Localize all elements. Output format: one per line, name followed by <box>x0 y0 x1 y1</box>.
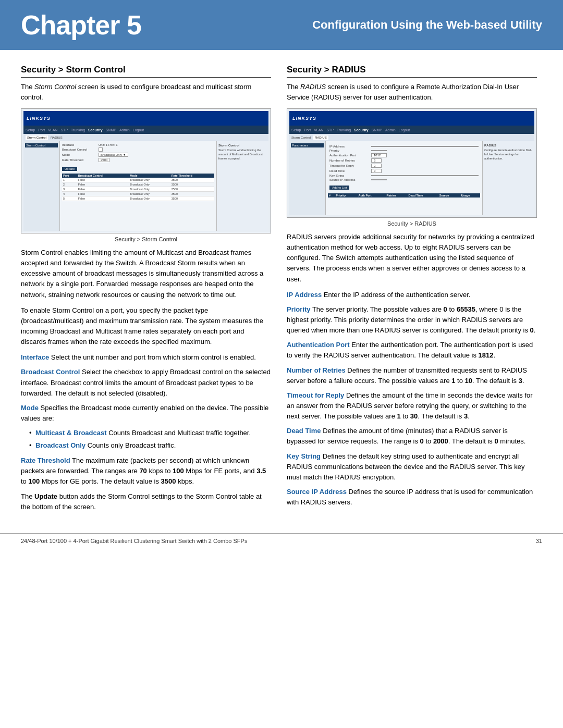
storm-table: Port Broadcast Control Mode Rate Thresho… <box>62 174 214 201</box>
term-label-interface: Interface <box>21 353 49 361</box>
radius-body: Parameters IP Address Priority <box>289 141 534 215</box>
th-rate: Rate Threshold <box>170 174 214 178</box>
term-authport: Authentication Port Enter the authentica… <box>287 340 537 361</box>
term-label-keystring: Key String <box>287 452 321 460</box>
chapter-subtitle: Configuration Using the Web-based Utilit… <box>312 18 542 32</box>
update-note: The Update button adds the Storm Control… <box>21 491 271 512</box>
r-th-authport: Auth Port <box>357 193 385 198</box>
radius-subnav: Storm Control RADIUS <box>289 134 534 141</box>
term-label-rate: Rate Threshold <box>21 456 70 464</box>
r-form-dead: Dead Time 0 <box>329 169 479 173</box>
storm-control-title: Security > Storm Control <box>21 65 271 78</box>
r-subnav-radius: RADIUS <box>313 135 328 140</box>
r-form-ip: IP Address <box>329 145 479 148</box>
th-port: Port <box>62 174 77 178</box>
term-label-timeout: Timeout for Reply <box>287 391 344 399</box>
r-th-source: Source <box>438 193 460 198</box>
radius-screenshot: LINKSYS Setup Port VLAN STP Trunking Sec… <box>287 108 537 218</box>
page-footer: 24/48-Port 10/100 + 4-Port Gigabit Resil… <box>0 533 563 548</box>
linksys-logo: LINKSYS <box>27 116 51 121</box>
nav-stp: STP <box>60 128 68 132</box>
term-dead: Dead Time Defines the amount of time (mi… <box>287 426 537 447</box>
main-panel: Interface Unit: 1 Port: 1 Broadcast Cont… <box>60 141 216 231</box>
radius-title: Security > RADIUS <box>287 65 537 78</box>
linksys-header: LINKSYS <box>23 111 268 126</box>
radius-right-panel: RADIUS Configure Remote Authorization Di… <box>482 141 534 215</box>
term-broadcast-only: Broadcast Only <box>35 441 85 449</box>
r-label-key: Key String <box>329 174 371 177</box>
nav-logout: Logout <box>133 128 144 132</box>
r-nav-vlan: VLAN <box>314 128 323 132</box>
r-nav-port: Port <box>304 128 311 132</box>
r-th-usage: Usage <box>460 193 480 198</box>
term-label-priority: Priority <box>287 305 311 313</box>
table-row: 3FalseBroadcast Only3500 <box>62 187 214 192</box>
term-label-dead: Dead Time <box>287 427 321 435</box>
term-interface: Interface Select the unit number and por… <box>21 352 271 363</box>
term-multicast: Multicast & Broadcast <box>35 429 107 437</box>
r-form-timeout: Timeout for Reply 3 <box>329 164 479 168</box>
r-th-priority: Priority <box>335 193 357 198</box>
radius-ui: LINKSYS Setup Port VLAN STP Trunking Sec… <box>289 111 534 215</box>
nav-setup: Setup <box>26 128 35 132</box>
r-nav-admin: Admin <box>385 128 396 132</box>
mode-bullets: Multicast & Broadcast Counts Broadcast a… <box>29 428 271 450</box>
term-broadcast: Broadcast Control Select the checkbox to… <box>21 367 271 398</box>
term-label-authport: Authentication Port <box>287 341 350 349</box>
nav-vlan: VLAN <box>48 128 57 132</box>
right-panel: Storm Control Storm Control window limit… <box>216 141 268 231</box>
r-nav-snmp: SNMP <box>372 128 382 132</box>
r-th-retries: Retries <box>385 193 407 198</box>
r-nav-stp: STP <box>326 128 334 132</box>
radius-table: # Priority Auth Port Retries Dead Time S… <box>328 193 480 198</box>
form-row-threshold: Rate Threshold 3500 <box>62 158 214 162</box>
r-nav-setup: Setup <box>291 128 301 132</box>
r-label-timeout: Timeout for Reply <box>329 164 371 167</box>
label-interface: Interface <box>62 143 99 146</box>
r-label-sourceip: Source IP Address <box>329 178 371 181</box>
chapter-title: Chapter 5 <box>21 9 141 41</box>
radius-para1: RADIUS servers provide additional securi… <box>287 232 537 285</box>
term-label-mode: Mode <box>21 404 39 412</box>
radius-linksys-header: LINKSYS <box>289 111 534 126</box>
r-label-priority: Priority <box>329 149 371 152</box>
r-form-sourceip: Source IP Address <box>329 178 479 181</box>
bullet-multicast: Multicast & Broadcast Counts Broadcast a… <box>29 428 271 438</box>
term-label-broadcast: Broadcast Control <box>21 368 80 376</box>
left-column: Security > Storm Control The Storm Contr… <box>21 65 271 517</box>
r-label-ip: IP Address <box>329 145 371 148</box>
nav-port: Port <box>38 128 45 132</box>
nav-admin: Admin <box>119 128 130 132</box>
term-mode: Mode Specifies the Broadcast mode curren… <box>21 403 271 424</box>
term-ipaddress: IP Address Enter the IP address of the a… <box>287 290 537 300</box>
form-row-mode: Mode Broadcast Only ▼ <box>62 153 214 157</box>
r-th-dead: Dead Time <box>408 193 438 198</box>
r-th-num: # <box>328 193 335 198</box>
term-keystring: Key String Defines the default key strin… <box>287 451 537 483</box>
panel-radius: Parameters <box>291 143 324 147</box>
subnav-radius: RADIUS <box>51 136 63 139</box>
storm-caption: Security > Storm Control <box>21 236 271 242</box>
radius-main-panel: IP Address Priority Authentication Port … <box>326 141 482 215</box>
footer-page-number: 31 <box>536 538 542 544</box>
subnav-storm: Storm Control <box>26 135 48 140</box>
table-row: 5FalseBroadcast Only3500 <box>62 196 214 201</box>
r-nav-trunking: Trunking <box>337 128 351 132</box>
r-add-to-list-btn[interactable]: Add to List <box>329 186 349 190</box>
form-row-interface: Interface Unit: 1 Port: 1 <box>62 143 214 146</box>
update-button[interactable]: Update <box>62 167 77 171</box>
label-broadcast: Broadcast Control <box>62 148 99 151</box>
r-nav-security: Security <box>354 128 369 132</box>
r-subnav-storm: Storm Control <box>291 136 311 139</box>
r-form-authport: Authentication Port 1812 <box>329 153 479 157</box>
label-mode: Mode <box>62 153 99 156</box>
page-header: Chapter 5 Configuration Using the Web-ba… <box>0 0 563 50</box>
content-area: Security > Storm Control The Storm Contr… <box>0 50 563 528</box>
term-retries: Number of Retries Defines the number of … <box>287 365 537 386</box>
term-label-ipaddress: IP Address <box>287 291 322 299</box>
storm-control-screenshot: LINKSYS Setup Port VLAN STP Trunking Sec… <box>21 108 271 233</box>
storm-control-intro: The Storm Control screen is used to conf… <box>21 82 271 102</box>
th-bc: Broadcast Control <box>77 174 129 178</box>
linksys-subnav: Storm Control RADIUS <box>23 134 268 141</box>
storm-para1: Storm Control enables limiting the amoun… <box>21 248 271 300</box>
